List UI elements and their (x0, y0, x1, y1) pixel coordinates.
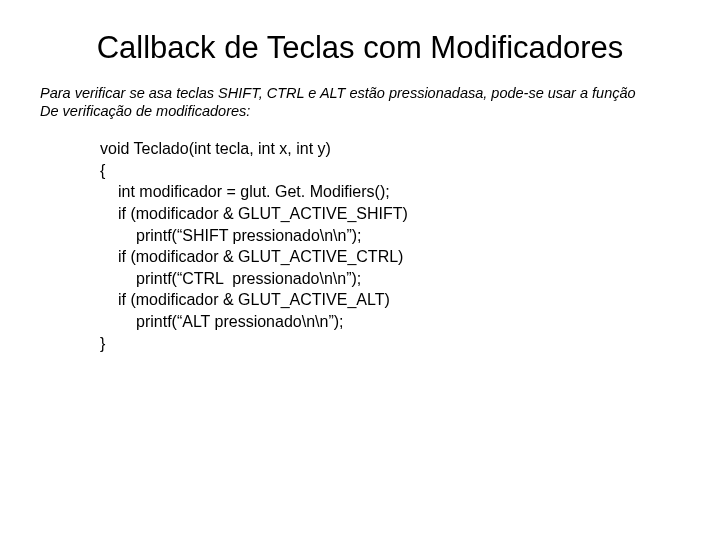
code-line: if (modificador & GLUT_ACTIVE_SHIFT) (100, 203, 680, 225)
slide-title: Callback de Teclas com Modificadores (40, 30, 680, 66)
code-line: printf(“ALT pressionado\n\n”); (100, 311, 680, 333)
code-line: if (modificador & GLUT_ACTIVE_CTRL) (100, 246, 680, 268)
code-line: int modificador = glut. Get. Modifiers()… (100, 181, 680, 203)
slide-subtitle: Para verificar se asa teclas SHIFT, CTRL… (40, 84, 680, 120)
code-line: { (100, 160, 680, 182)
code-line: if (modificador & GLUT_ACTIVE_ALT) (100, 289, 680, 311)
slide: Callback de Teclas com Modificadores Par… (0, 0, 720, 540)
code-line: } (100, 333, 680, 355)
subtitle-line-1: Para verificar se asa teclas SHIFT, CTRL… (40, 84, 680, 102)
code-line: void Teclado(int tecla, int x, int y) (100, 138, 680, 160)
code-block: void Teclado(int tecla, int x, int y) { … (40, 138, 680, 354)
code-line: printf(“CTRL pressionado\n\n”); (100, 268, 680, 290)
subtitle-line-2: De verificação de modificadores: (40, 102, 680, 120)
code-line: printf(“SHIFT pressionado\n\n”); (100, 225, 680, 247)
